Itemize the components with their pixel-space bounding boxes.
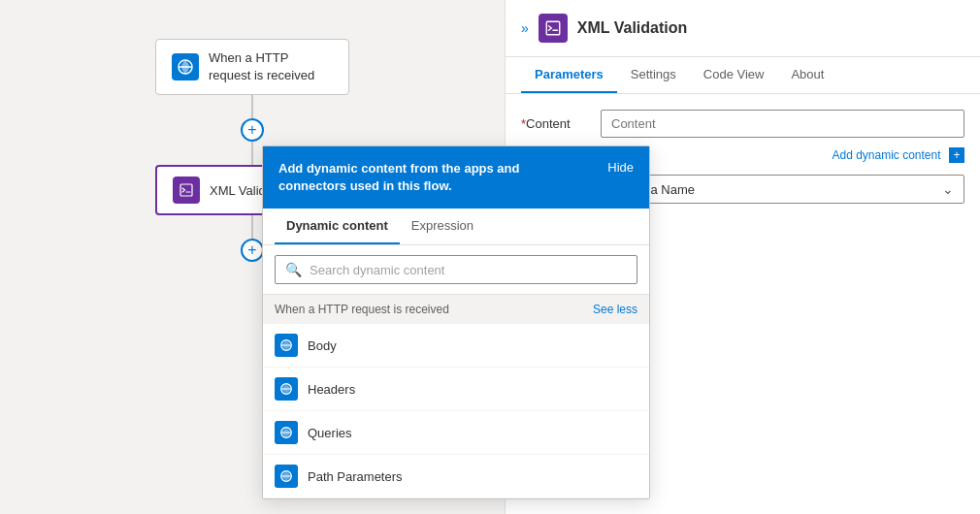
body-item-icon xyxy=(275,334,298,357)
add-dynamic-plus-icon[interactable]: + xyxy=(949,147,964,163)
section-header: When a HTTP request is received See less xyxy=(263,295,649,324)
tab-about[interactable]: About xyxy=(777,57,837,93)
section-title: When a HTTP request is received xyxy=(275,303,449,316)
dynamic-content-popup: Add dynamic content from the apps and co… xyxy=(262,145,650,499)
popup-tabs: Dynamic content Expression xyxy=(263,209,649,245)
http-svg-icon xyxy=(178,59,193,75)
connector-line-3 xyxy=(251,215,253,239)
expand-icon[interactable]: » xyxy=(521,20,529,36)
queries-item-label: Queries xyxy=(308,426,352,440)
required-star: * xyxy=(521,116,526,131)
panel-header: » XML Validation xyxy=(506,0,980,57)
panel-xml-svg-icon xyxy=(544,19,562,37)
popup-tab-expression[interactable]: Expression xyxy=(400,209,485,244)
tab-code-view[interactable]: Code View xyxy=(690,57,778,93)
search-input[interactable] xyxy=(310,263,627,277)
add-step-button-2[interactable]: + xyxy=(241,239,264,262)
popup-search-area: 🔍 xyxy=(263,245,649,295)
path-params-item-icon xyxy=(275,465,298,488)
add-step-button-1[interactable]: + xyxy=(241,118,264,142)
headers-icon-svg xyxy=(279,382,293,396)
popup-tab-dynamic[interactable]: Dynamic content xyxy=(275,209,400,244)
http-node-icon xyxy=(172,53,199,80)
svg-rect-4 xyxy=(546,21,560,35)
panel-title: XML Validation xyxy=(577,19,688,37)
popup-header-text: Add dynamic content from the apps and co… xyxy=(278,160,589,195)
content-label: *Content xyxy=(521,116,589,131)
see-less-button[interactable]: See less xyxy=(593,303,637,316)
dynamic-item-body[interactable]: Body xyxy=(263,324,649,368)
content-input[interactable] xyxy=(601,110,964,138)
panel-tabs: Parameters Settings Code View About xyxy=(506,57,980,94)
path-params-icon-svg xyxy=(279,469,293,483)
queries-item-icon xyxy=(275,421,298,444)
body-item-label: Body xyxy=(308,338,337,353)
connector-line-1 xyxy=(251,95,253,118)
chevron-down-icon: ⌄ xyxy=(942,181,954,197)
add-dynamic-content-link[interactable]: Add dynamic content xyxy=(832,148,940,162)
schema-dropdown[interactable]: Schema Name ⌄ xyxy=(601,175,964,204)
xml-svg-icon xyxy=(179,182,194,198)
popup-header: Add dynamic content from the apps and co… xyxy=(263,146,649,209)
headers-item-label: Headers xyxy=(308,382,355,397)
xml-node-icon xyxy=(173,177,200,204)
body-icon-svg xyxy=(279,338,293,352)
search-icon: 🔍 xyxy=(285,262,302,277)
connector-line-2 xyxy=(251,142,253,165)
dynamic-item-path-params[interactable]: Path Parameters xyxy=(263,455,649,498)
dynamic-item-headers[interactable]: Headers xyxy=(263,368,649,411)
search-box: 🔍 xyxy=(275,255,637,284)
hide-button[interactable]: Hide xyxy=(607,160,634,175)
tab-parameters[interactable]: Parameters xyxy=(521,57,617,93)
svg-rect-2 xyxy=(180,184,192,196)
queries-icon-svg xyxy=(279,426,293,439)
content-field-row: *Content xyxy=(521,110,964,138)
dynamic-item-queries[interactable]: Queries xyxy=(263,411,649,455)
headers-item-icon xyxy=(275,377,298,401)
path-params-item-label: Path Parameters xyxy=(308,469,403,484)
tab-settings[interactable]: Settings xyxy=(617,57,690,93)
panel-title-icon xyxy=(539,14,568,43)
http-trigger-label: When a HTTP request is received xyxy=(209,49,333,84)
http-trigger-node[interactable]: When a HTTP request is received xyxy=(155,39,349,95)
